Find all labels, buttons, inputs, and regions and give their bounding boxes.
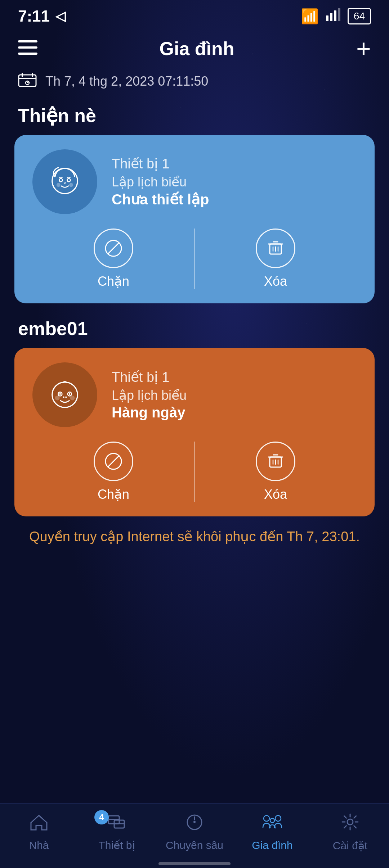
settings-icon	[341, 813, 359, 836]
block-button-embe01[interactable]: Chặn	[32, 442, 194, 502]
family-icon	[261, 813, 283, 836]
notice-text: Quyền truy cập Internet sẽ khôi phục đến…	[14, 520, 375, 553]
block-circle-2	[94, 442, 133, 481]
card-thien-ne: Thiết bị 1 Lập lịch biểu Chưa thiết lập …	[14, 135, 375, 303]
bottom-nav: Nhà 4 Thiết bị Chuyên sâu	[0, 803, 389, 868]
schedule-label-2: Lập lịch biểu	[112, 388, 357, 403]
delete-label-2: Xóa	[264, 487, 287, 502]
section-title-embe01: embe01	[14, 318, 375, 339]
nav-item-family[interactable]: Gia đình	[233, 813, 311, 851]
schedule-label-1: Lập lịch biểu	[112, 175, 357, 190]
avatar-embe01	[32, 362, 97, 427]
svg-point-27	[52, 382, 77, 407]
home-indicator	[158, 862, 231, 865]
status-right: 📶 64	[301, 8, 371, 25]
svg-rect-8	[22, 73, 23, 77]
card-actions-embe01: Chặn Xóa	[32, 442, 357, 502]
card-top-embe01: Thiết bị 1 Lập lịch biểu Hàng ngày	[32, 362, 357, 427]
svg-point-18	[69, 183, 73, 187]
svg-point-15	[59, 178, 63, 182]
avatar-thien-ne	[32, 149, 97, 214]
nav-badge-devices: 4	[94, 810, 109, 824]
nav-item-devices[interactable]: 4 Thiết bị	[78, 813, 156, 851]
svg-point-54	[347, 819, 353, 825]
section-thien-ne: Thiện nè	[0, 105, 389, 318]
svg-point-31	[69, 393, 70, 395]
add-button[interactable]: +	[356, 36, 371, 61]
nav-label-settings: Cài đặt	[333, 839, 367, 852]
svg-rect-5	[18, 46, 37, 49]
svg-point-16	[67, 178, 71, 182]
svg-point-17	[57, 183, 61, 187]
svg-point-30	[59, 393, 61, 395]
schedule-value-2: Hàng ngày	[112, 404, 357, 421]
nav-label-family: Gia đình	[252, 839, 292, 851]
delete-button-embe01[interactable]: Xóa	[194, 442, 357, 502]
svg-rect-6	[18, 53, 37, 55]
menu-button[interactable]	[18, 40, 37, 58]
card-top-thien-ne: Thiết bị 1 Lập lịch biểu Chưa thiết lập	[32, 149, 357, 214]
nav-label-devices: Thiết bị	[98, 839, 135, 851]
device-label-1: Thiết bị 1	[112, 156, 357, 172]
svg-point-51	[264, 815, 269, 821]
svg-line-37	[108, 456, 119, 467]
nav-item-home[interactable]: Nhà	[0, 813, 78, 851]
svg-rect-3	[338, 8, 340, 21]
status-time: 7:11	[18, 7, 50, 25]
block-circle-1	[94, 229, 133, 268]
datetime-text: Th 7, 4 thg 2, 2023 07:11:50	[45, 74, 208, 89]
delete-label-1: Xóa	[264, 274, 287, 289]
svg-rect-4	[18, 40, 37, 42]
delete-circle-2	[256, 442, 295, 481]
datetime-bar: Th 7, 4 thg 2, 2023 07:11:50	[0, 72, 389, 105]
card-embe01: Thiết bị 1 Lập lịch biểu Hàng ngày Chặn	[14, 348, 375, 516]
svg-rect-1	[330, 13, 332, 21]
header: Gia đình +	[0, 29, 389, 72]
svg-point-35	[70, 395, 75, 400]
home-icon	[29, 813, 49, 836]
svg-line-20	[108, 243, 119, 254]
wifi-icon: 📶	[301, 8, 319, 25]
svg-point-53	[270, 818, 274, 823]
nav-item-deepdive[interactable]: Chuyên sâu	[156, 813, 233, 851]
datetime-icon	[18, 72, 37, 90]
nav-item-settings[interactable]: Cài đặt	[311, 813, 389, 852]
block-label-2: Chặn	[98, 487, 129, 502]
svg-rect-0	[326, 15, 328, 21]
delete-button-thien-ne[interactable]: Xóa	[194, 229, 357, 289]
svg-rect-2	[334, 10, 336, 21]
svg-point-34	[55, 395, 60, 400]
devices-icon	[107, 813, 126, 835]
device-label-2: Thiết bị 1	[112, 369, 357, 385]
nav-label-home: Nhà	[29, 839, 49, 851]
battery-icon: 64	[348, 8, 371, 24]
svg-point-50	[193, 821, 196, 823]
svg-point-32	[63, 396, 64, 398]
section-title-thien-ne: Thiện nè	[14, 105, 375, 126]
location-icon: ◁	[55, 9, 66, 24]
page-title: Gia đình	[160, 38, 234, 59]
card-info-embe01: Thiết bị 1 Lập lịch biểu Hàng ngày	[112, 369, 357, 421]
deepdive-icon	[185, 813, 204, 836]
nav-label-deepdive: Chuyên sâu	[166, 839, 223, 851]
svg-point-14	[52, 168, 77, 194]
card-info-thien-ne: Thiết bị 1 Lập lịch biểu Chưa thiết lập	[112, 156, 357, 208]
schedule-value-1: Chưa thiết lập	[112, 191, 357, 208]
block-label-1: Chặn	[98, 274, 129, 289]
status-bar: 7:11 ◁ 📶 64	[0, 0, 389, 29]
svg-point-33	[65, 396, 67, 398]
delete-circle-1	[256, 229, 295, 268]
svg-point-52	[275, 815, 281, 821]
card-actions-thien-ne: Chặn Xóa	[32, 229, 357, 289]
signal-icon	[326, 8, 340, 24]
svg-rect-9	[32, 73, 33, 77]
block-button-thien-ne[interactable]: Chặn	[32, 229, 194, 289]
section-embe01: embe01	[0, 318, 389, 564]
